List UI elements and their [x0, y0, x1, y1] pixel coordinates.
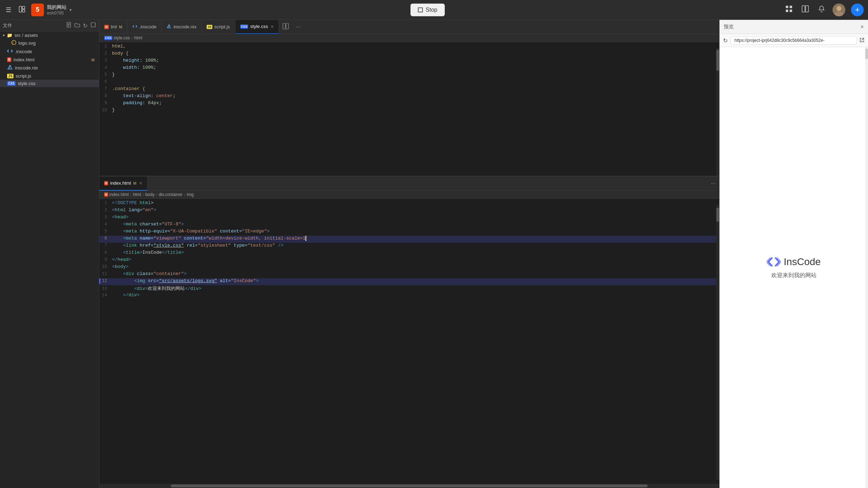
user-avatar[interactable] — [833, 4, 845, 16]
css-editor-content[interactable]: 1 html, 2 body { 3 height: 100%; — [99, 42, 719, 176]
html-line-3: 3 <head> — [99, 214, 719, 221]
tab-icon-inscode — [133, 24, 137, 30]
reload-icon[interactable]: ↻ — [723, 37, 728, 44]
tab-label-tml: tml — [111, 24, 117, 29]
sidebar-item-style-css[interactable]: CSS style.css — [0, 80, 99, 87]
folder-icon: 📁 — [7, 33, 12, 38]
svg-rect-8 — [806, 6, 808, 12]
refresh-icon[interactable]: ↻ — [83, 22, 88, 29]
html-line-8: 8 <title>InsCode</title> — [99, 250, 719, 257]
html-line-1: 1 <!DOCTYPE html> — [99, 200, 719, 207]
preview-url-bar[interactable]: https://project-iprj642d8c30c9c5b664a3a3… — [730, 36, 857, 45]
line-9: 9 padding: 64px; — [99, 100, 719, 107]
html-line-7: 7 <link href="style.css" rel="stylesheet… — [99, 243, 719, 250]
tab-badge-html: M — [133, 181, 136, 185]
tab-index-html-bottom[interactable]: H index.html M × — [99, 176, 147, 191]
tabs-bar-top: H tml M .inscode inscode.nix JS — [99, 20, 719, 34]
html-h-scrollbar[interactable] — [99, 484, 719, 488]
html-line-6: 6 <meta name="viewport" content="width=d… — [99, 236, 719, 243]
tab-icon-html-bottom: H — [104, 181, 108, 185]
breadcrumb-style-css: style.css — [114, 35, 130, 40]
svg-rect-19 — [283, 23, 285, 29]
tabs-more-icon[interactable]: ··· — [292, 24, 304, 30]
preview-toolbar: ↻ https://project-iprj642d8c30c9c5b664a3… — [719, 34, 868, 47]
tab-close-style-css[interactable]: × — [271, 24, 274, 29]
svg-rect-0 — [19, 6, 22, 12]
menu-icon[interactable]: ☰ — [4, 5, 13, 15]
sidebar-label-logo-svg: logo.svg — [18, 40, 35, 46]
sidebar-item-index-html[interactable]: H index.html M — [0, 56, 99, 63]
breadcrumb-div-container: div.container — [159, 192, 183, 197]
html-scrollbar-thumb — [716, 208, 719, 222]
tab-style-css[interactable]: CSS style.css × — [235, 20, 279, 34]
sidebar-label-script-js: script.js — [16, 73, 31, 79]
breadcrumb-html-tag: html — [133, 192, 141, 197]
tab-icon-nix — [167, 24, 171, 30]
svg-rect-16 — [91, 23, 95, 27]
tab-label-inscode: .inscode — [139, 24, 156, 29]
svg-line-21 — [862, 38, 864, 40]
tab-badge-tml: M — [119, 25, 122, 29]
add-button[interactable]: + — [851, 4, 864, 16]
sidebar-item-script-js[interactable]: JS script.js — [0, 72, 99, 80]
sidebar-item-inscode-nix[interactable]: inscode.nix — [0, 63, 99, 72]
tab-inscode-nix[interactable]: inscode.nix — [162, 20, 202, 34]
sidebar-label-style-css: style.css — [18, 81, 35, 86]
split-view-icon[interactable] — [279, 23, 292, 31]
breadcrumb-index-html: index.html — [110, 192, 129, 197]
line-7: 7 .container { — [99, 86, 719, 93]
editor-area: H tml M .inscode inscode.nix JS — [99, 20, 719, 488]
bell-icon[interactable] — [816, 4, 827, 16]
preview-panel: 预览 × ↻ https://project-iprj642d8c30c9c5b… — [719, 20, 868, 488]
svg-rect-20 — [286, 23, 289, 29]
html-line-14: 14 </div> — [99, 292, 719, 299]
editor-panel-css: CSS style.css › html 1 html, 2 body { — [99, 34, 719, 176]
html-scrollbar[interactable] — [716, 205, 719, 479]
line-6: 6 — [99, 79, 719, 86]
inscode-logo-icon — [767, 257, 781, 267]
svg-rect-7 — [802, 6, 805, 12]
svg-point-10 — [836, 6, 841, 11]
external-link-icon[interactable] — [859, 38, 864, 44]
preview-url-text: https://project-iprj642d8c30c9c5b664a3a3… — [734, 38, 824, 43]
preview-logo: InsCode — [767, 256, 821, 268]
css-file-icon: CSS — [7, 81, 16, 86]
tab-label-style-css: style.css — [250, 24, 268, 29]
stop-button[interactable]: Stop — [410, 4, 445, 16]
css-scrollbar[interactable] — [716, 48, 719, 176]
tab-icon-tml: H — [104, 25, 109, 29]
line-2: 2 body { — [99, 51, 719, 58]
html-editor-content[interactable]: 1 <!DOCTYPE html> 2 <html lang="en"> 3 <… — [99, 199, 719, 484]
app-switcher[interactable]: 5 我的网站 wsh0785 ▾ — [31, 4, 72, 16]
split-icon[interactable] — [800, 4, 811, 16]
panel-more-icon[interactable]: ··· — [707, 180, 719, 187]
sidebar-item-src-assets[interactable]: ▾ 📁 src / assets — [0, 32, 99, 39]
line-1: 1 html, — [99, 44, 719, 51]
css-scrollbar-thumb — [716, 50, 719, 71]
sidebar-item-inscode[interactable]: .inscode — [0, 47, 99, 56]
new-file-icon[interactable] — [66, 22, 72, 29]
css-file-icon: CSS — [104, 36, 112, 40]
tab-close-index-html[interactable]: × — [139, 181, 142, 186]
tab-script-js[interactable]: JS script.js — [202, 20, 235, 34]
preview-content: InsCode 欢迎来到我的网站 — [719, 47, 868, 488]
preview-close-icon[interactable]: × — [861, 24, 864, 30]
tab-inscode[interactable]: .inscode — [128, 20, 162, 34]
preview-welcome-text: 欢迎来到我的网站 — [771, 272, 817, 279]
breadcrumb-html: html — [134, 35, 142, 40]
grid-icon[interactable] — [784, 4, 794, 16]
js-file-icon: JS — [7, 74, 13, 78]
sidebar-label-inscode-nix: inscode.nix — [15, 65, 38, 71]
svg-rect-5 — [786, 10, 788, 12]
svg-rect-4 — [790, 6, 792, 8]
collapse-icon[interactable] — [90, 22, 96, 29]
layout-icon[interactable] — [17, 4, 27, 16]
new-folder-icon[interactable] — [74, 22, 80, 29]
html-line-13: 13 <div>欢迎来到我的网站</div> — [99, 285, 719, 292]
sidebar-item-logo-svg[interactable]: S logo.svg — [0, 39, 99, 47]
tab-tml[interactable]: H tml M — [99, 20, 128, 34]
preview-scrollbar[interactable] — [865, 47, 868, 488]
html-line-11: 11 <div class="container"> — [99, 271, 719, 278]
line-8: 8 text-align: center; — [99, 93, 719, 100]
tab-label-index-html: index.html — [110, 180, 131, 186]
